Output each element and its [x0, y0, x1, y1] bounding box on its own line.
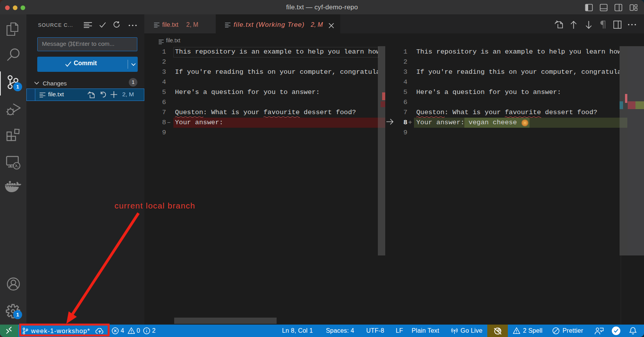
svg-text:current local branch: current local branch [114, 201, 195, 210]
